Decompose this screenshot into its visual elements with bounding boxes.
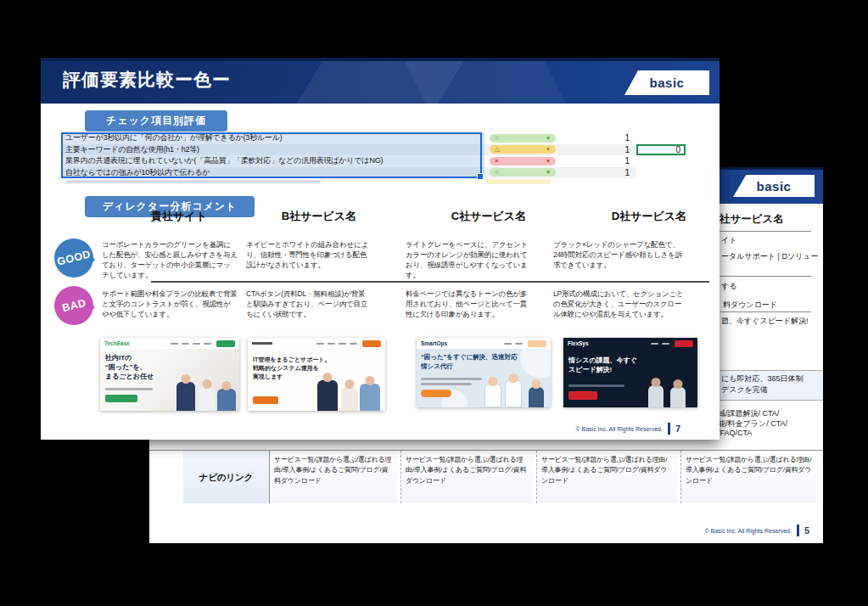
check-table-row: 主要キーワードの自然な使用(h1・h2等) △ ▼ 1 0 [61, 144, 692, 156]
score-cell: 1 [583, 144, 636, 156]
site-nav-placeholder [651, 343, 669, 345]
column-header: C社サービス名 [425, 209, 552, 224]
person-figure [199, 387, 216, 411]
score-cell: 1 [583, 167, 636, 179]
dropdown-arrow-icon: ▼ [546, 170, 551, 175]
section-label-check: チェック項目別評価 [85, 110, 227, 132]
copyright-text: © Basic Inc. All Rights Reserved. [704, 528, 791, 534]
good-badge: GOOD [54, 238, 93, 278]
thumb-site-hero: IT管理をまるごとサポート。 戦略的なシステム運用を 実現します [248, 349, 385, 411]
good-badge-label: GOOD [56, 248, 92, 267]
status-dropdown[interactable]: × ▼ [490, 157, 556, 166]
site-header-button [216, 340, 235, 347]
row-divider [151, 281, 709, 283]
check-item-text: 主要キーワードの自然な使用(h1・h2等) [61, 144, 484, 156]
clipped-text-fragment: イト [721, 235, 736, 246]
dropdown-arrow-icon: ▼ [546, 147, 551, 152]
clipped-text-fragment: ータルサポート | Dソリュー [721, 251, 819, 262]
page-number: 7 [675, 424, 680, 434]
good-comment: ブラック×レッドのシャープな配色で、24時間対応のスピード感や頼もしさを訴求でき… [553, 239, 686, 270]
check-table-row: 自社ならではの強みが10秒以内で伝わるか ○ ▼ 1 [61, 167, 692, 179]
thumb-site-header: FlexSys [563, 338, 697, 349]
site-nav-placeholder [504, 343, 523, 345]
thumb-site-hero: 情シスの課題、今すぐ スピード解決! [563, 349, 697, 407]
person-figure [670, 387, 686, 407]
thumb-site-hero: “困った”をすぐに解決、迅速対応 情シス代行 [417, 349, 551, 407]
status-symbol-icon: ○ [495, 169, 499, 176]
site-cta-button [253, 396, 278, 404]
site-header-button [675, 340, 693, 347]
faded-status-pill [485, 179, 552, 184]
dropdown-arrow-icon: ▼ [546, 136, 551, 141]
status-cell: ○ ▼ [484, 132, 583, 144]
status-dropdown[interactable]: ○ ▼ [490, 168, 556, 177]
column-header: B社サービス名 [255, 209, 383, 224]
score-cell: 1 [583, 155, 636, 167]
nav-links-cell: サービス一覧/課題から選ぶ/選ばれる理由/導入事例/よくあるご質問/ブログ/資料… [270, 451, 397, 503]
site-subtext-bar [568, 384, 624, 387]
slide-footer: © Basic Inc. All Rights Reserved. 7 [575, 423, 680, 435]
check-table-row: ユーザーが3秒以内に「何の会社か」が理解できるか(3秒ルール) ○ ▼ 1 [61, 132, 692, 144]
status-dropdown[interactable]: △ ▼ [490, 145, 556, 154]
slide-footer: © Basic Inc. All Rights Reserved. 5 [704, 525, 809, 536]
site-nav-placeholder [171, 343, 211, 345]
status-cell: △ ▼ [484, 144, 583, 156]
website-thumbnail-company-b[interactable]: IT管理をまるごとサポート。 戦略的なシステム運用を 実現します [248, 338, 385, 411]
site-logo-text: FlexSys [568, 340, 589, 346]
clipped-text-fragment: /FAQ/CTA [718, 429, 752, 437]
site-subtext-bar [105, 388, 153, 390]
clipped-text-fragment: する [721, 281, 736, 292]
status-cell: ○ ▼ [484, 167, 583, 179]
site-logo-text: TechEase [104, 340, 130, 346]
dropdown-arrow-icon: ▼ [546, 159, 551, 164]
column-header: 貴社サイト [115, 209, 243, 224]
thumb-site-hero: 社内ITの “困った”を、 まるごとお任せ [100, 349, 239, 411]
main-slide: 評価要素比較ー色ー basic チェック項目別評価 ユーザーが3秒以内に「何の会… [41, 58, 720, 440]
person-figure [317, 380, 338, 411]
nav-links-table-row: ナビのリンク サービス一覧/課題から選ぶ/選ばれる理由/導入事例/よくあるご質問… [149, 450, 823, 503]
bad-comment: CTAボタン(資料DL・無料相談)が背景と馴染みすぎており、ページ内で目立ちにく… [246, 289, 370, 319]
site-logo-text: SmartOps [421, 340, 447, 346]
site-cta-button [105, 395, 137, 402]
person-figure [505, 380, 522, 407]
basic-logo-text: basic [757, 179, 792, 194]
person-figure [341, 387, 358, 411]
status-cell: × ▼ [484, 155, 583, 167]
check-item-text: 業界内の共通表現に埋もれていないか(「高品質」「柔軟対応」などの汎用表現ばかりで… [61, 155, 484, 167]
status-dropdown[interactable]: ○ ▼ [490, 134, 556, 143]
faded-text-bar [66, 180, 321, 183]
website-thumbnail-your-site[interactable]: TechEase 社内ITの “困った”を、 まるごとお任せ [100, 338, 239, 411]
nav-links-cell: サービス一覧/課題から選ぶ/選ばれる理由/導入事例/よくあるご質問/ブログ/資料… [680, 451, 816, 503]
clipped-text-fragment: にも即対応、365日体制 [721, 373, 803, 384]
check-table: ユーザーが3秒以内に「何の会社か」が理解できるか(3秒ルール) ○ ▼ 1 主要… [61, 132, 692, 184]
basic-logo: basic [733, 175, 815, 197]
table-rule [720, 231, 811, 232]
website-thumbnail-company-d[interactable]: FlexSys 情シスの課題、今すぐ スピード解決! [563, 338, 697, 407]
clipped-text-fragment: 料ダウンロード [723, 300, 777, 311]
person-figure [217, 389, 236, 411]
site-headline: IT管理をまるごとサポート。 戦略的なシステム運用を 実現します [253, 356, 331, 380]
site-headline: 情シスの課題、今すぐ スピード解決! [568, 356, 637, 374]
clipped-text-fragment: 社サービス名 [720, 212, 784, 227]
bad-comment: サポート範囲や料金プランの比較表で背景と文字のコントラストが弱く、視認性がやや低… [102, 289, 238, 319]
thumb-site-header: TechEase [100, 338, 239, 349]
page-number: 5 [804, 525, 809, 536]
status-symbol-icon: △ [495, 146, 500, 153]
site-subtext-bar [421, 383, 472, 385]
basic-logo-text: basic [650, 76, 685, 90]
site-headline: “困った”をすぐに解決、迅速対応 情シス代行 [421, 353, 518, 371]
desktop-background: basic 社サービス名 イト ータルサポート | Dソリュー する 料ダウンロ… [0, 0, 868, 606]
site-nav-placeholder [316, 343, 357, 345]
site-cta-button [568, 391, 597, 400]
table-rule [720, 311, 811, 312]
site-headline: 社内ITの “困った”を、 まるごとお任せ [105, 354, 154, 381]
nav-links-cell: サービス一覧/課題から選ぶ/選ばれる理由/導入事例/よくあるご質問/ブログ/資料… [536, 451, 677, 503]
status-symbol-icon: × [495, 158, 499, 165]
decorative-circle [520, 338, 551, 378]
site-header-button [362, 340, 381, 347]
bad-comment: LP形式の構成において、セクションごとの色変化が大きく、ユーザーのスクロール体験… [553, 289, 686, 319]
score-cell: 1 [583, 132, 636, 144]
website-thumbnail-company-c[interactable]: SmartOps “困った”をすぐに解決、迅速対応 情シス代行 [417, 338, 551, 407]
selected-cell[interactable]: 0 [636, 144, 686, 156]
person-figure [360, 384, 380, 411]
